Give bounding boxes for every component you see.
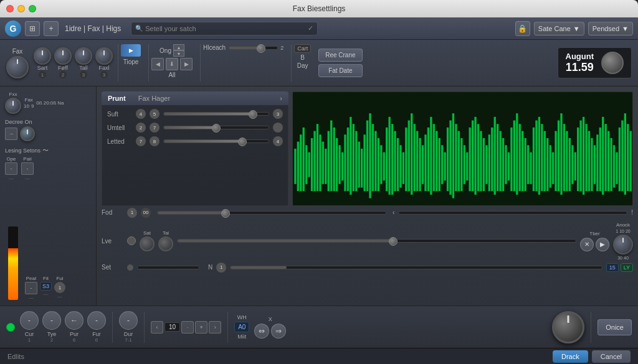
hlceach-label: Hlceach [203, 44, 226, 51]
suft-num2: 5 [150, 109, 160, 119]
ful-num[interactable]: 1 [54, 282, 65, 293]
umtell-thumb[interactable] [212, 124, 221, 133]
play-back[interactable]: ◀ [151, 58, 164, 70]
suft-value: 3 [273, 109, 283, 119]
sart-knob[interactable] [34, 47, 51, 65]
peat-btn[interactable]: - [25, 282, 37, 294]
anock-knob[interactable] [613, 235, 633, 254]
maximize-button[interactable] [29, 5, 36, 12]
cart-section: Cart B Day [291, 44, 313, 82]
window-controls [6, 5, 36, 12]
hlceach-section: Hlceach 2 [200, 44, 286, 82]
sate-cane-dropdown[interactable]: Sate Cane ▼ [534, 22, 584, 35]
fax-section: Fax [6, 48, 29, 78]
play-button[interactable]: ▶ [596, 238, 609, 251]
sat-knob[interactable] [140, 236, 155, 251]
tall-knob[interactable] [75, 47, 92, 65]
fod-thumb[interactable] [221, 209, 230, 218]
svg-rect-102 [574, 152, 576, 180]
display-knob[interactable] [601, 52, 624, 74]
controls-row: Fax Sart 1 Føff 2 Tall 3 Faxl [0, 40, 638, 86]
svg-rect-82 [519, 124, 521, 191]
cancel-button[interactable]: Cancel [592, 350, 631, 363]
dur-label: Dur [124, 331, 133, 337]
suft-thumb[interactable] [249, 110, 257, 119]
n-slider[interactable] [230, 266, 602, 269]
nav-back[interactable]: ‹ [151, 321, 163, 334]
logo-icon[interactable]: G [5, 21, 21, 37]
fax-main-knob[interactable] [6, 56, 29, 78]
svg-rect-34 [386, 128, 388, 191]
nav-dot[interactable]: · [181, 321, 194, 334]
svg-rect-83 [521, 131, 523, 192]
suft-slider[interactable] [163, 112, 269, 116]
set-slider[interactable] [137, 266, 199, 269]
center-main: Prunt Fax Hager › Suft 4 5 [97, 86, 638, 306]
svg-rect-115 [610, 138, 612, 191]
ope-btn[interactable]: - [5, 162, 17, 175]
nav-num[interactable]: 10 [164, 322, 180, 332]
foff-knob[interactable] [54, 47, 72, 65]
panel-arrow[interactable]: › [280, 95, 282, 102]
svg-rect-92 [546, 138, 548, 191]
wh-display[interactable]: A0 [234, 322, 249, 332]
pail-btn[interactable]: - [21, 162, 34, 175]
nav-plus[interactable]: + [195, 321, 207, 334]
fod-slider[interactable] [157, 211, 386, 215]
toolbar-icon1[interactable]: ⊞ [25, 21, 40, 36]
panel-tabs: Prunt Fax Hager [108, 95, 170, 102]
tal-knob[interactable] [158, 236, 173, 251]
nav-fwd[interactable]: › [209, 321, 221, 334]
fur-btn[interactable]: - [87, 311, 106, 330]
fur-label: Fur [92, 331, 101, 337]
play-forward[interactable]: ▶ [180, 58, 193, 70]
minimize-button[interactable] [17, 5, 25, 12]
x-btn2[interactable]: ⇒ [271, 324, 286, 338]
cur-group: - Cur 1 [20, 311, 39, 343]
umtell-num2: 7 [150, 123, 160, 133]
fit-display[interactable]: S3 [40, 282, 52, 291]
search-box[interactable]: 🔍 Setell your satch ✓ [131, 22, 318, 35]
pur-btn[interactable]: ← [65, 311, 83, 330]
decree-arrow[interactable]: → [5, 128, 17, 140]
letted-thumb[interactable] [238, 138, 247, 146]
set-label: Set [102, 264, 123, 271]
svg-rect-39 [399, 145, 401, 187]
close-button[interactable] [6, 5, 14, 12]
main-output-knob[interactable] [552, 311, 584, 343]
x-button[interactable]: ✕ [580, 238, 594, 251]
decree-knob[interactable] [20, 126, 35, 141]
fxx-knob[interactable] [5, 98, 21, 114]
onice-button[interactable]: Onice [598, 319, 632, 335]
content-area: Fxx Fax 10 9 0ß 20:0ß Na Dec [0, 86, 638, 306]
lve-thumb[interactable] [389, 237, 398, 246]
toolbar-add-button[interactable]: + [44, 21, 59, 36]
svg-rect-36 [391, 124, 393, 195]
play-cursor[interactable]: ⬇ [166, 58, 178, 70]
svg-rect-59 [455, 124, 457, 191]
ong-up[interactable]: ▲ [173, 44, 184, 50]
lve-slider[interactable] [177, 239, 576, 243]
fod-slider2[interactable] [398, 211, 627, 215]
letted-slider[interactable] [163, 139, 269, 143]
svg-rect-31 [378, 138, 379, 191]
ong-section: Ong ▲ ▼ ◀ ⬇ ▶ All [148, 44, 195, 82]
lock-icon[interactable]: 🔒 [515, 21, 530, 36]
tab-prunt[interactable]: Prunt [108, 95, 126, 102]
tab-fax-hager[interactable]: Fax Hager [138, 95, 170, 102]
pendsed-dropdown[interactable]: Pendsed ▼ [588, 22, 633, 35]
faxl-knob[interactable] [95, 47, 113, 65]
tye-num: 2 [50, 337, 53, 343]
x-btn1[interactable]: ⇔ [254, 324, 269, 338]
ree-crane-button[interactable]: Ree Crane [318, 49, 362, 62]
hlceach-thumb[interactable] [257, 44, 265, 53]
hlceach-track[interactable] [228, 46, 278, 50]
tye-btn[interactable]: - [42, 311, 61, 330]
drack-button[interactable]: Drack [553, 350, 588, 363]
ong-down[interactable]: ▼ [173, 50, 184, 57]
umtell-slider[interactable] [163, 126, 269, 129]
dur-btn[interactable]: - [119, 311, 138, 330]
fat-date-button[interactable]: Fat Date [318, 64, 362, 77]
cur-btn[interactable]: - [20, 311, 39, 330]
display-title: Augunt [566, 52, 594, 61]
